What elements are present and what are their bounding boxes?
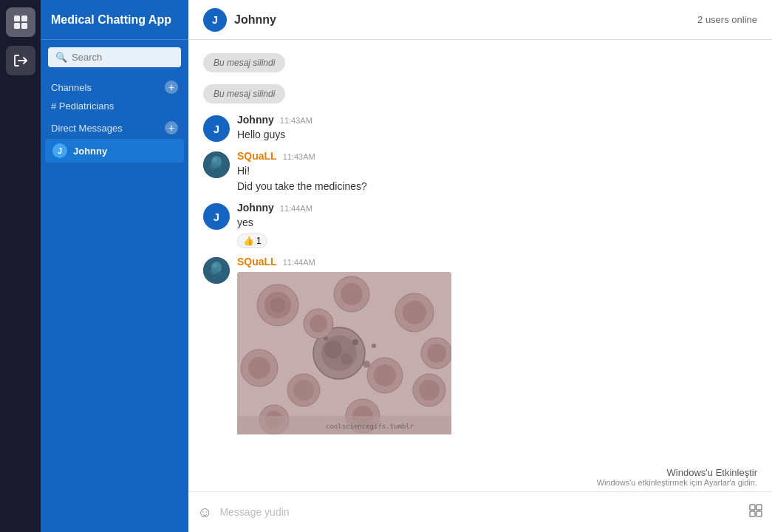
main-chat-area: J Johnny 2 users online Bu mesaj silindi… [188,0,772,532]
msg-sender-squall-2: SQuaLL [237,256,277,267]
reaction-emoji: 👍 [243,236,254,246]
msg-text-johnny-yes: yes [237,215,757,231]
svg-point-9 [213,157,217,162]
svg-point-41 [372,344,376,348]
message-row-johnny-2: J Johnny 11:44AM yes 👍 1 [203,202,757,248]
search-input[interactable] [72,52,174,63]
grid-icon-btn[interactable] [6,7,35,37]
svg-point-13 [216,271,222,276]
svg-point-25 [248,357,270,379]
dm-item-johnny[interactable]: J Johnny [45,139,184,163]
avatar-squall-2 [203,257,230,284]
channels-section-header: Channels + [41,75,188,97]
msg-meta-johnny-2: Johnny 11:44AM [237,202,757,214]
msg-time-squall-1: 11:43AM [283,152,315,161]
svg-point-38 [324,341,342,358]
svg-point-47 [427,344,446,363]
msg-sender-squall-1: SQuaLL [237,150,277,162]
msg-time-squall-2: 11:44AM [283,258,315,267]
add-channel-button[interactable]: + [165,81,178,94]
svg-rect-51 [756,505,762,510]
msg-content-johnny-1: Johnny 11:43AM Hello guys [237,114,757,143]
svg-point-8 [216,166,222,170]
chat-header-name-label: Johnny [234,13,276,27]
svg-rect-2 [14,23,20,29]
svg-point-7 [210,163,217,169]
msg-time-johnny-1: 11:43AM [280,116,312,125]
chat-header: J Johnny 2 users online [188,0,772,40]
svg-point-31 [419,380,440,400]
dm-initial: J [58,146,62,155]
message-row-johnny-1: J Johnny 11:43AM Hello guys [203,114,757,143]
reaction-thumbsup[interactable]: 👍 1 [237,233,267,248]
msg-content-johnny-2: Johnny 11:44AM yes 👍 1 [237,202,757,248]
msg-content-squall-image: SQuaLL 11:44AM [237,256,757,437]
svg-text:coolsciencegifs.tumblr: coolsciencegifs.tumblr [326,423,414,430]
chat-header-avatar: J [203,8,227,32]
channel-item-pediatricians[interactable]: # Pediatricians [41,97,188,115]
msg-sender-johnny-2: Johnny [237,202,274,214]
dm-avatar-johnny: J [52,143,67,158]
message-input[interactable] [219,506,741,518]
svg-rect-50 [750,505,755,510]
chat-header-user: J Johnny [203,8,276,32]
svg-point-45 [310,315,327,332]
online-count: 2 users online [697,14,757,25]
message-row-squall-1: SQuaLL 11:43AM Hi! Did you take the medi… [203,150,757,194]
search-box[interactable]: 🔍 [48,47,181,67]
svg-rect-3 [21,23,27,29]
msg-sender-johnny-1: Johnny [237,114,274,126]
dm-name: Johnny [73,146,107,157]
svg-rect-0 [14,16,20,21]
message-image-container: coolsciencegifs.tumblr [237,272,451,437]
svg-point-14 [213,263,217,267]
svg-point-19 [270,298,285,313]
deleted-message-2: Bu mesaj silindi [203,81,757,106]
deleted-msg-text-1: Bu mesaj silindi [203,53,285,72]
channels-label: Channels [51,82,92,93]
msg-text-squall-hi: Hi! [237,163,757,179]
svg-point-23 [403,301,426,324]
svg-rect-52 [750,511,755,516]
svg-rect-1 [21,16,27,21]
svg-point-43 [363,361,370,368]
logout-icon-btn[interactable] [6,46,35,75]
svg-point-12 [210,269,217,275]
icon-sidebar [0,0,41,532]
deleted-msg-text-2: Bu mesaj silindi [203,84,285,103]
blood-cell-image: coolsciencegifs.tumblr [237,272,451,434]
avatar-squall-1 [203,151,230,178]
search-icon: 🔍 [55,52,67,63]
svg-point-21 [341,283,363,305]
left-sidebar: Medical Chatting App 🔍 Channels + # Pedi… [41,0,188,532]
svg-point-29 [374,364,396,386]
svg-point-40 [352,339,358,345]
svg-point-39 [341,353,352,365]
deleted-message-1: Bu mesaj silindi [203,50,757,75]
reaction-count: 1 [256,236,262,246]
messages-area[interactable]: Bu mesaj silindi Bu mesaj silindi J John… [188,40,772,491]
avatar-johnny-2: J [203,203,230,230]
dm-label: Direct Messages [51,123,123,134]
msg-text-johnny-1: Hello guys [237,127,757,143]
svg-point-27 [293,380,314,400]
app-title: Medical Chatting App [41,0,188,40]
msg-content-squall-1: SQuaLL 11:43AM Hi! Did you take the medi… [237,150,757,194]
channel-name: # Pediatricians [51,100,114,112]
message-row-squall-image: SQuaLL 11:44AM [203,256,757,437]
add-dm-button[interactable]: + [165,121,178,134]
svg-rect-53 [756,511,762,516]
message-input-area: ☺ [188,491,772,532]
avatar-johnny-1: J [203,115,230,142]
msg-time-johnny-2: 11:44AM [280,204,312,213]
msg-meta-johnny-1: Johnny 11:43AM [237,114,757,126]
msg-meta-squall-2: SQuaLL 11:44AM [237,256,757,267]
dm-section-header: Direct Messages + [41,115,188,137]
msg-text-squall-medicine: Did you take the medicines? [237,179,757,194]
header-initial: J [212,14,218,26]
msg-meta-squall-1: SQuaLL 11:43AM [237,150,757,162]
emoji-button[interactable]: ☺ [197,504,212,521]
attach-button[interactable] [748,503,763,522]
